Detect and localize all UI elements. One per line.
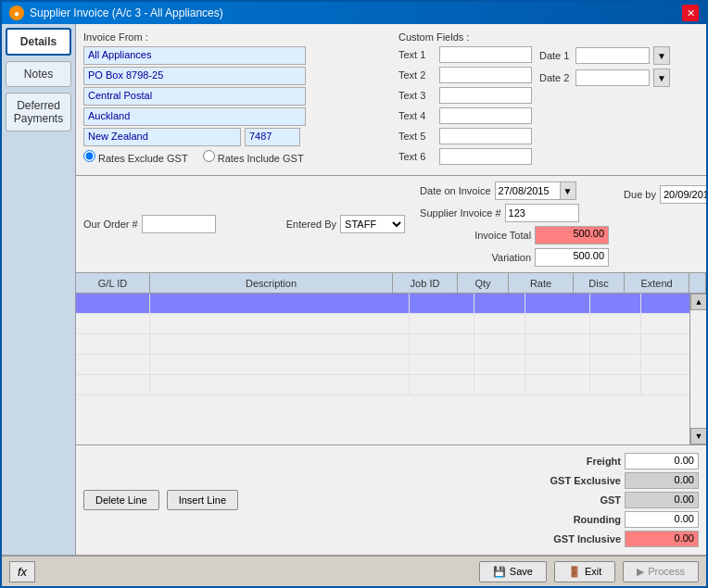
rounding-label: Rounding: [528, 514, 621, 525]
scroll-up-button[interactable]: ▲: [690, 294, 706, 310]
text5-input[interactable]: [439, 128, 532, 144]
grid-cell-desc[interactable]: [150, 294, 410, 313]
text5-row: Text 5: [398, 128, 532, 144]
text1-input[interactable]: [439, 46, 532, 63]
grid-body[interactable]: ▲ ▼: [76, 294, 706, 444]
col-header-scroll: [689, 273, 706, 293]
gst-exclusive-label: GST Exclusive: [528, 475, 621, 486]
postcode-field: 7487: [245, 128, 300, 146]
date1-input[interactable]: [575, 47, 650, 64]
grid-scrollbar[interactable]: ▲ ▼: [689, 294, 706, 444]
grid-cell-jobid[interactable]: [410, 294, 474, 313]
text4-label: Text 4: [398, 110, 436, 121]
company-name-field: All Appliances: [83, 46, 306, 65]
grid-section: G/L ID Description Job ID Qty Rate Disc …: [76, 273, 706, 444]
due-by-label: Due by: [624, 189, 656, 200]
text2-row: Text 2: [398, 67, 532, 83]
our-order-label: Our Order #: [83, 219, 138, 230]
text1-row: Text 1: [398, 46, 532, 63]
text6-input[interactable]: [439, 148, 532, 165]
right-content: Invoice From : All Appliances PO Box 879…: [76, 24, 706, 555]
nav-details-button[interactable]: Details: [6, 28, 71, 56]
grid-cell-glid[interactable]: [76, 294, 150, 313]
text1-label: Text 1: [398, 49, 436, 60]
gst-exclusive-row: GST Exclusive 0.00: [528, 472, 699, 489]
entered-by-field: Entered By STAFF: [286, 215, 405, 233]
fx-button[interactable]: fx: [9, 561, 35, 582]
supplier-invoice-label: Supplier Invoice #: [420, 207, 500, 219]
col-header-extend: Extend: [625, 273, 689, 293]
date-on-invoice-input[interactable]: [495, 181, 560, 200]
custom-fields-section: Custom Fields : Text 1 Text 2: [398, 31, 699, 168]
text3-label: Text 3: [398, 90, 436, 101]
main-content: Details Notes Deferred Payments Invoice …: [2, 24, 706, 555]
text3-input[interactable]: [439, 87, 532, 104]
nav-deferred-button[interactable]: Deferred Payments: [6, 93, 71, 131]
nav-notes-button[interactable]: Notes: [6, 61, 71, 87]
invoice-from-section: Invoice From : All Appliances PO Box 879…: [83, 31, 384, 168]
gst-row: GST 0.00: [528, 492, 699, 508]
bottom-actions: Delete Line Insert Line: [83, 453, 513, 547]
text3-row: Text 3: [398, 87, 532, 104]
invoice-total-value: 500.00: [535, 226, 609, 244]
date-on-invoice-picker-button[interactable]: ▼: [560, 181, 576, 200]
date2-input[interactable]: [575, 69, 650, 86]
variation-label: Variation: [420, 252, 531, 263]
col-header-qty: Qty: [458, 273, 509, 293]
invoice-total-field: Invoice Total 500.00: [420, 226, 609, 244]
exit-button[interactable]: 🚪 Exit: [554, 561, 615, 582]
delete-line-button[interactable]: Delete Line: [83, 490, 159, 510]
window-icon: ●: [9, 6, 24, 20]
due-by-field: Due by ▼: [624, 185, 706, 204]
grid-cell-disc[interactable]: [590, 294, 641, 313]
process-button[interactable]: ▶ Process: [623, 561, 699, 582]
freight-label: Freight: [528, 456, 621, 467]
footer-bar: fx 💾 Save 🚪 Exit ▶ Process: [2, 555, 706, 586]
city-field: Auckland: [83, 107, 306, 126]
invoice-from-label: Invoice From :: [83, 31, 384, 43]
due-by-input[interactable]: [660, 185, 706, 204]
gst-inclusive-value: 0.00: [625, 531, 699, 547]
close-button[interactable]: ✕: [682, 5, 699, 21]
address-line1-field: PO Box 8798-25: [83, 67, 306, 85]
supplier-invoice-field: Supplier Invoice #: [420, 204, 609, 222]
freight-value: 0.00: [625, 453, 699, 469]
gst-inclusive-label: GST Inclusive: [528, 533, 621, 544]
bottom-section: Delete Line Insert Line Freight 0.00 GST…: [76, 444, 706, 555]
table-row[interactable]: [76, 314, 706, 334]
entered-by-select[interactable]: STAFF: [340, 215, 405, 233]
gst-exclusive-value: 0.00: [625, 472, 699, 489]
table-row[interactable]: [76, 334, 706, 355]
insert-line-button[interactable]: Insert Line: [167, 490, 238, 510]
invoice-total-label: Invoice Total: [420, 230, 531, 241]
gst-exclude-radio[interactable]: Rates Exclude GST: [83, 150, 188, 164]
our-order-input[interactable]: [142, 215, 216, 233]
scroll-track[interactable]: [690, 310, 706, 428]
window-title: Supplier Invoice (A/c 3 - All Appliances…: [30, 6, 223, 19]
save-button[interactable]: 💾 Save: [479, 561, 547, 582]
col-header-disc: Disc: [574, 273, 625, 293]
table-row[interactable]: [76, 355, 706, 375]
text4-input[interactable]: [439, 107, 532, 124]
date1-row: Date 1 ▼: [539, 46, 670, 65]
country-field: New Zealand: [83, 128, 241, 146]
table-row[interactable]: [76, 375, 706, 395]
freight-row: Freight 0.00: [528, 453, 699, 469]
date2-picker-button[interactable]: ▼: [653, 69, 670, 87]
gst-include-radio[interactable]: Rates Include GST: [203, 150, 304, 164]
text2-input[interactable]: [439, 67, 532, 83]
custom-fields-label: Custom Fields :: [398, 31, 699, 43]
text6-row: Text 6: [398, 148, 532, 165]
table-row[interactable]: [76, 294, 706, 314]
grid-cell-qty[interactable]: [474, 294, 525, 313]
supplier-invoice-input[interactable]: [505, 204, 579, 222]
date1-picker-button[interactable]: ▼: [653, 46, 670, 65]
address-line2-field: Central Postal: [83, 87, 306, 106]
save-icon: 💾: [493, 566, 506, 578]
grid-cell-rate[interactable]: [525, 294, 590, 313]
totals-area: Freight 0.00 GST Exclusive 0.00 GST 0.00…: [528, 453, 699, 547]
scroll-down-button[interactable]: ▼: [690, 428, 706, 444]
grid-header: G/L ID Description Job ID Qty Rate Disc …: [76, 273, 706, 294]
exit-icon: 🚪: [568, 566, 581, 578]
col-header-jobid: Job ID: [393, 273, 458, 293]
